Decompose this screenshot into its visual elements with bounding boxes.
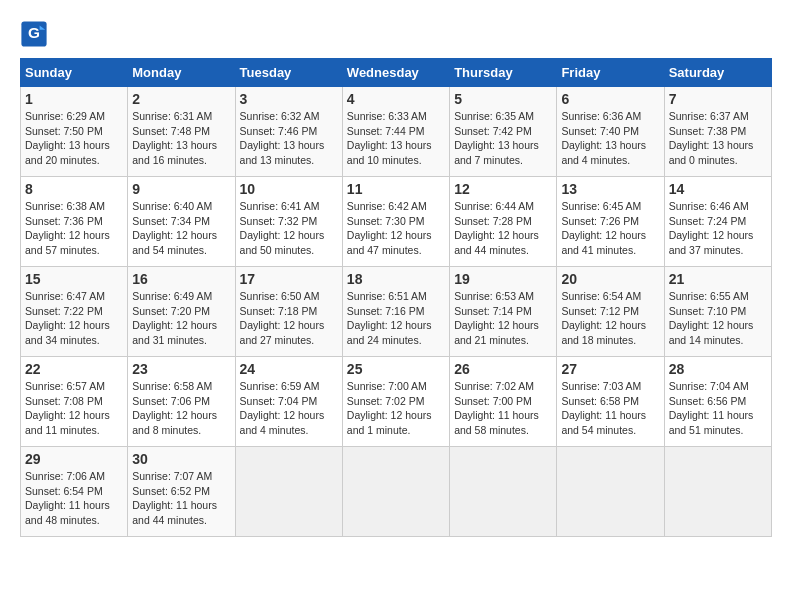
day-number: 1 [25,91,123,107]
day-info: Sunrise: 6:49 AMSunset: 7:20 PMDaylight:… [132,289,230,348]
day-info: Sunrise: 6:58 AMSunset: 7:06 PMDaylight:… [132,379,230,438]
day-number: 14 [669,181,767,197]
calendar-cell: 21Sunrise: 6:55 AMSunset: 7:10 PMDayligh… [664,267,771,357]
day-number: 12 [454,181,552,197]
day-info: Sunrise: 6:46 AMSunset: 7:24 PMDaylight:… [669,199,767,258]
calendar-cell [450,447,557,537]
day-info: Sunrise: 7:07 AMSunset: 6:52 PMDaylight:… [132,469,230,528]
day-number: 28 [669,361,767,377]
day-number: 30 [132,451,230,467]
weekday-header-cell: Friday [557,59,664,87]
calendar-cell: 17Sunrise: 6:50 AMSunset: 7:18 PMDayligh… [235,267,342,357]
calendar-cell: 6Sunrise: 6:36 AMSunset: 7:40 PMDaylight… [557,87,664,177]
weekday-header-cell: Thursday [450,59,557,87]
day-info: Sunrise: 6:31 AMSunset: 7:48 PMDaylight:… [132,109,230,168]
day-number: 19 [454,271,552,287]
day-info: Sunrise: 6:54 AMSunset: 7:12 PMDaylight:… [561,289,659,348]
calendar-cell: 12Sunrise: 6:44 AMSunset: 7:28 PMDayligh… [450,177,557,267]
logo-icon: G [20,20,48,48]
day-number: 24 [240,361,338,377]
day-info: Sunrise: 6:37 AMSunset: 7:38 PMDaylight:… [669,109,767,168]
calendar-cell: 13Sunrise: 6:45 AMSunset: 7:26 PMDayligh… [557,177,664,267]
day-number: 23 [132,361,230,377]
calendar-cell: 11Sunrise: 6:42 AMSunset: 7:30 PMDayligh… [342,177,449,267]
day-info: Sunrise: 6:32 AMSunset: 7:46 PMDaylight:… [240,109,338,168]
calendar-cell: 19Sunrise: 6:53 AMSunset: 7:14 PMDayligh… [450,267,557,357]
day-info: Sunrise: 7:00 AMSunset: 7:02 PMDaylight:… [347,379,445,438]
weekday-header-cell: Tuesday [235,59,342,87]
calendar-cell: 7Sunrise: 6:37 AMSunset: 7:38 PMDaylight… [664,87,771,177]
day-number: 15 [25,271,123,287]
weekday-header-cell: Sunday [21,59,128,87]
calendar-cell: 22Sunrise: 6:57 AMSunset: 7:08 PMDayligh… [21,357,128,447]
calendar-cell: 29Sunrise: 7:06 AMSunset: 6:54 PMDayligh… [21,447,128,537]
day-info: Sunrise: 7:06 AMSunset: 6:54 PMDaylight:… [25,469,123,528]
calendar-cell: 1Sunrise: 6:29 AMSunset: 7:50 PMDaylight… [21,87,128,177]
logo: G [20,20,52,48]
calendar-row: 8Sunrise: 6:38 AMSunset: 7:36 PMDaylight… [21,177,772,267]
calendar-cell: 16Sunrise: 6:49 AMSunset: 7:20 PMDayligh… [128,267,235,357]
day-info: Sunrise: 6:29 AMSunset: 7:50 PMDaylight:… [25,109,123,168]
calendar-row: 22Sunrise: 6:57 AMSunset: 7:08 PMDayligh… [21,357,772,447]
day-info: Sunrise: 7:04 AMSunset: 6:56 PMDaylight:… [669,379,767,438]
day-info: Sunrise: 6:42 AMSunset: 7:30 PMDaylight:… [347,199,445,258]
day-number: 5 [454,91,552,107]
day-number: 16 [132,271,230,287]
day-number: 3 [240,91,338,107]
calendar-cell [342,447,449,537]
calendar-table: SundayMondayTuesdayWednesdayThursdayFrid… [20,58,772,537]
calendar-cell: 20Sunrise: 6:54 AMSunset: 7:12 PMDayligh… [557,267,664,357]
calendar-cell: 24Sunrise: 6:59 AMSunset: 7:04 PMDayligh… [235,357,342,447]
svg-text:G: G [28,24,40,41]
calendar-cell [557,447,664,537]
calendar-row: 15Sunrise: 6:47 AMSunset: 7:22 PMDayligh… [21,267,772,357]
day-number: 18 [347,271,445,287]
day-number: 13 [561,181,659,197]
calendar-cell: 9Sunrise: 6:40 AMSunset: 7:34 PMDaylight… [128,177,235,267]
calendar-cell: 15Sunrise: 6:47 AMSunset: 7:22 PMDayligh… [21,267,128,357]
calendar-cell: 3Sunrise: 6:32 AMSunset: 7:46 PMDaylight… [235,87,342,177]
calendar-cell: 18Sunrise: 6:51 AMSunset: 7:16 PMDayligh… [342,267,449,357]
calendar-cell: 30Sunrise: 7:07 AMSunset: 6:52 PMDayligh… [128,447,235,537]
weekday-header-cell: Monday [128,59,235,87]
day-info: Sunrise: 6:55 AMSunset: 7:10 PMDaylight:… [669,289,767,348]
day-number: 4 [347,91,445,107]
day-info: Sunrise: 7:02 AMSunset: 7:00 PMDaylight:… [454,379,552,438]
day-number: 11 [347,181,445,197]
calendar-cell: 2Sunrise: 6:31 AMSunset: 7:48 PMDaylight… [128,87,235,177]
day-number: 9 [132,181,230,197]
day-info: Sunrise: 6:44 AMSunset: 7:28 PMDaylight:… [454,199,552,258]
day-info: Sunrise: 6:57 AMSunset: 7:08 PMDaylight:… [25,379,123,438]
day-info: Sunrise: 6:59 AMSunset: 7:04 PMDaylight:… [240,379,338,438]
weekday-header-cell: Wednesday [342,59,449,87]
day-info: Sunrise: 6:40 AMSunset: 7:34 PMDaylight:… [132,199,230,258]
calendar-cell: 27Sunrise: 7:03 AMSunset: 6:58 PMDayligh… [557,357,664,447]
day-info: Sunrise: 6:47 AMSunset: 7:22 PMDaylight:… [25,289,123,348]
day-info: Sunrise: 7:03 AMSunset: 6:58 PMDaylight:… [561,379,659,438]
calendar-cell: 26Sunrise: 7:02 AMSunset: 7:00 PMDayligh… [450,357,557,447]
calendar-cell: 14Sunrise: 6:46 AMSunset: 7:24 PMDayligh… [664,177,771,267]
weekday-header-row: SundayMondayTuesdayWednesdayThursdayFrid… [21,59,772,87]
calendar-row: 1Sunrise: 6:29 AMSunset: 7:50 PMDaylight… [21,87,772,177]
day-info: Sunrise: 6:38 AMSunset: 7:36 PMDaylight:… [25,199,123,258]
day-number: 7 [669,91,767,107]
day-number: 17 [240,271,338,287]
calendar-cell [664,447,771,537]
day-number: 25 [347,361,445,377]
day-number: 22 [25,361,123,377]
page-header: G [20,20,772,48]
day-number: 6 [561,91,659,107]
calendar-cell: 25Sunrise: 7:00 AMSunset: 7:02 PMDayligh… [342,357,449,447]
day-info: Sunrise: 6:53 AMSunset: 7:14 PMDaylight:… [454,289,552,348]
day-number: 27 [561,361,659,377]
calendar-body: 1Sunrise: 6:29 AMSunset: 7:50 PMDaylight… [21,87,772,537]
day-info: Sunrise: 6:33 AMSunset: 7:44 PMDaylight:… [347,109,445,168]
calendar-cell: 4Sunrise: 6:33 AMSunset: 7:44 PMDaylight… [342,87,449,177]
calendar-cell: 10Sunrise: 6:41 AMSunset: 7:32 PMDayligh… [235,177,342,267]
day-info: Sunrise: 6:45 AMSunset: 7:26 PMDaylight:… [561,199,659,258]
calendar-cell: 28Sunrise: 7:04 AMSunset: 6:56 PMDayligh… [664,357,771,447]
calendar-row: 29Sunrise: 7:06 AMSunset: 6:54 PMDayligh… [21,447,772,537]
day-number: 2 [132,91,230,107]
day-number: 10 [240,181,338,197]
day-info: Sunrise: 6:41 AMSunset: 7:32 PMDaylight:… [240,199,338,258]
